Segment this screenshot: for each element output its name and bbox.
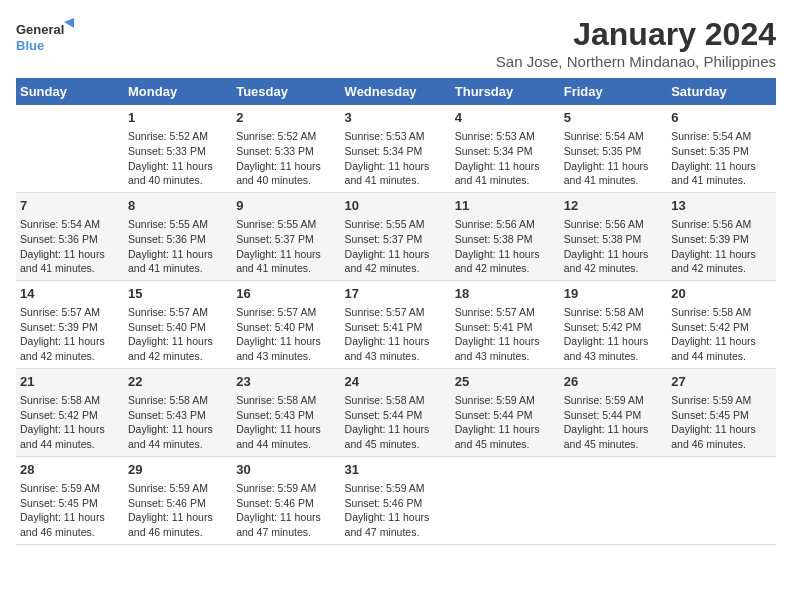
day-info: Sunrise: 5:58 AMSunset: 5:42 PMDaylight:…	[20, 393, 120, 452]
week-row-1: 1Sunrise: 5:52 AMSunset: 5:33 PMDaylight…	[16, 105, 776, 192]
day-number: 7	[20, 197, 120, 215]
day-info: Sunrise: 5:57 AMSunset: 5:40 PMDaylight:…	[128, 305, 228, 364]
calendar-cell: 17Sunrise: 5:57 AMSunset: 5:41 PMDayligh…	[341, 280, 451, 368]
calendar-cell: 31Sunrise: 5:59 AMSunset: 5:46 PMDayligh…	[341, 456, 451, 544]
day-info: Sunrise: 5:52 AMSunset: 5:33 PMDaylight:…	[128, 129, 228, 188]
calendar-cell: 13Sunrise: 5:56 AMSunset: 5:39 PMDayligh…	[667, 192, 776, 280]
calendar-cell: 19Sunrise: 5:58 AMSunset: 5:42 PMDayligh…	[560, 280, 667, 368]
calendar-cell: 23Sunrise: 5:58 AMSunset: 5:43 PMDayligh…	[232, 368, 340, 456]
calendar-cell: 21Sunrise: 5:58 AMSunset: 5:42 PMDayligh…	[16, 368, 124, 456]
calendar-cell: 5Sunrise: 5:54 AMSunset: 5:35 PMDaylight…	[560, 105, 667, 192]
day-number: 12	[564, 197, 663, 215]
header-monday: Monday	[124, 78, 232, 105]
day-info: Sunrise: 5:56 AMSunset: 5:38 PMDaylight:…	[455, 217, 556, 276]
day-info: Sunrise: 5:58 AMSunset: 5:44 PMDaylight:…	[345, 393, 447, 452]
header-row: SundayMondayTuesdayWednesdayThursdayFrid…	[16, 78, 776, 105]
calendar-cell: 14Sunrise: 5:57 AMSunset: 5:39 PMDayligh…	[16, 280, 124, 368]
day-info: Sunrise: 5:55 AMSunset: 5:37 PMDaylight:…	[345, 217, 447, 276]
day-info: Sunrise: 5:57 AMSunset: 5:40 PMDaylight:…	[236, 305, 336, 364]
day-number: 30	[236, 461, 336, 479]
day-number: 21	[20, 373, 120, 391]
day-info: Sunrise: 5:59 AMSunset: 5:46 PMDaylight:…	[128, 481, 228, 540]
day-number: 3	[345, 109, 447, 127]
day-number: 15	[128, 285, 228, 303]
calendar-cell	[560, 456, 667, 544]
calendar-cell	[667, 456, 776, 544]
week-row-4: 21Sunrise: 5:58 AMSunset: 5:42 PMDayligh…	[16, 368, 776, 456]
day-number: 8	[128, 197, 228, 215]
calendar-cell: 25Sunrise: 5:59 AMSunset: 5:44 PMDayligh…	[451, 368, 560, 456]
day-info: Sunrise: 5:56 AMSunset: 5:38 PMDaylight:…	[564, 217, 663, 276]
svg-text:Blue: Blue	[16, 38, 44, 53]
day-number: 11	[455, 197, 556, 215]
svg-marker-2	[64, 18, 74, 28]
day-number: 25	[455, 373, 556, 391]
logo: General Blue	[16, 16, 76, 60]
logo-svg: General Blue	[16, 16, 76, 60]
calendar-cell: 9Sunrise: 5:55 AMSunset: 5:37 PMDaylight…	[232, 192, 340, 280]
day-info: Sunrise: 5:58 AMSunset: 5:42 PMDaylight:…	[564, 305, 663, 364]
calendar-cell: 18Sunrise: 5:57 AMSunset: 5:41 PMDayligh…	[451, 280, 560, 368]
location-subtitle: San Jose, Northern Mindanao, Philippines	[496, 53, 776, 70]
day-number: 29	[128, 461, 228, 479]
day-number: 26	[564, 373, 663, 391]
day-number: 16	[236, 285, 336, 303]
calendar-cell: 3Sunrise: 5:53 AMSunset: 5:34 PMDaylight…	[341, 105, 451, 192]
calendar-cell: 12Sunrise: 5:56 AMSunset: 5:38 PMDayligh…	[560, 192, 667, 280]
day-number: 13	[671, 197, 772, 215]
day-info: Sunrise: 5:54 AMSunset: 5:36 PMDaylight:…	[20, 217, 120, 276]
page-header: General Blue January 2024 San Jose, Nort…	[16, 16, 776, 70]
calendar-cell: 24Sunrise: 5:58 AMSunset: 5:44 PMDayligh…	[341, 368, 451, 456]
calendar-cell: 15Sunrise: 5:57 AMSunset: 5:40 PMDayligh…	[124, 280, 232, 368]
header-sunday: Sunday	[16, 78, 124, 105]
svg-text:General: General	[16, 22, 64, 37]
day-info: Sunrise: 5:57 AMSunset: 5:41 PMDaylight:…	[455, 305, 556, 364]
calendar-cell: 16Sunrise: 5:57 AMSunset: 5:40 PMDayligh…	[232, 280, 340, 368]
calendar-cell	[451, 456, 560, 544]
calendar-cell: 10Sunrise: 5:55 AMSunset: 5:37 PMDayligh…	[341, 192, 451, 280]
title-block: January 2024 San Jose, Northern Mindanao…	[496, 16, 776, 70]
day-info: Sunrise: 5:58 AMSunset: 5:43 PMDaylight:…	[236, 393, 336, 452]
day-info: Sunrise: 5:59 AMSunset: 5:44 PMDaylight:…	[564, 393, 663, 452]
header-wednesday: Wednesday	[341, 78, 451, 105]
week-row-2: 7Sunrise: 5:54 AMSunset: 5:36 PMDaylight…	[16, 192, 776, 280]
day-number: 2	[236, 109, 336, 127]
header-tuesday: Tuesday	[232, 78, 340, 105]
day-info: Sunrise: 5:58 AMSunset: 5:42 PMDaylight:…	[671, 305, 772, 364]
calendar-table: SundayMondayTuesdayWednesdayThursdayFrid…	[16, 78, 776, 545]
day-info: Sunrise: 5:55 AMSunset: 5:36 PMDaylight:…	[128, 217, 228, 276]
day-number: 4	[455, 109, 556, 127]
day-info: Sunrise: 5:54 AMSunset: 5:35 PMDaylight:…	[564, 129, 663, 188]
day-info: Sunrise: 5:57 AMSunset: 5:39 PMDaylight:…	[20, 305, 120, 364]
day-info: Sunrise: 5:59 AMSunset: 5:46 PMDaylight:…	[345, 481, 447, 540]
week-row-5: 28Sunrise: 5:59 AMSunset: 5:45 PMDayligh…	[16, 456, 776, 544]
day-number: 9	[236, 197, 336, 215]
header-saturday: Saturday	[667, 78, 776, 105]
day-info: Sunrise: 5:53 AMSunset: 5:34 PMDaylight:…	[455, 129, 556, 188]
day-info: Sunrise: 5:59 AMSunset: 5:45 PMDaylight:…	[20, 481, 120, 540]
day-info: Sunrise: 5:56 AMSunset: 5:39 PMDaylight:…	[671, 217, 772, 276]
calendar-cell: 28Sunrise: 5:59 AMSunset: 5:45 PMDayligh…	[16, 456, 124, 544]
day-number: 23	[236, 373, 336, 391]
day-info: Sunrise: 5:59 AMSunset: 5:45 PMDaylight:…	[671, 393, 772, 452]
day-info: Sunrise: 5:59 AMSunset: 5:44 PMDaylight:…	[455, 393, 556, 452]
day-info: Sunrise: 5:57 AMSunset: 5:41 PMDaylight:…	[345, 305, 447, 364]
calendar-cell: 6Sunrise: 5:54 AMSunset: 5:35 PMDaylight…	[667, 105, 776, 192]
day-number: 1	[128, 109, 228, 127]
calendar-cell: 4Sunrise: 5:53 AMSunset: 5:34 PMDaylight…	[451, 105, 560, 192]
day-info: Sunrise: 5:59 AMSunset: 5:46 PMDaylight:…	[236, 481, 336, 540]
day-number: 20	[671, 285, 772, 303]
calendar-cell: 30Sunrise: 5:59 AMSunset: 5:46 PMDayligh…	[232, 456, 340, 544]
header-thursday: Thursday	[451, 78, 560, 105]
day-number: 14	[20, 285, 120, 303]
day-number: 6	[671, 109, 772, 127]
day-number: 31	[345, 461, 447, 479]
day-number: 19	[564, 285, 663, 303]
day-number: 27	[671, 373, 772, 391]
day-number: 18	[455, 285, 556, 303]
calendar-cell: 8Sunrise: 5:55 AMSunset: 5:36 PMDaylight…	[124, 192, 232, 280]
calendar-cell: 11Sunrise: 5:56 AMSunset: 5:38 PMDayligh…	[451, 192, 560, 280]
calendar-cell: 22Sunrise: 5:58 AMSunset: 5:43 PMDayligh…	[124, 368, 232, 456]
day-number: 24	[345, 373, 447, 391]
calendar-cell: 7Sunrise: 5:54 AMSunset: 5:36 PMDaylight…	[16, 192, 124, 280]
